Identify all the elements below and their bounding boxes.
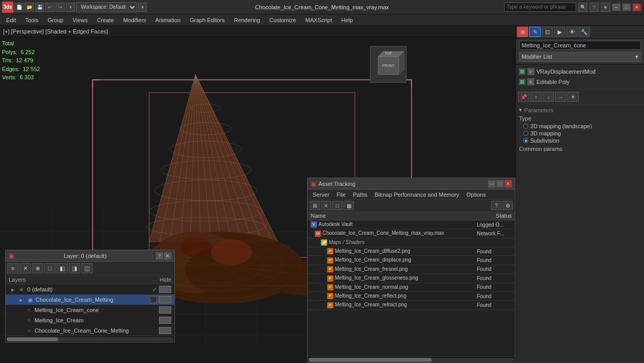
- asset-tb-box[interactable]: □: [332, 201, 343, 210]
- modifier-list-dropdown[interactable]: Modifier List ▾: [519, 52, 641, 62]
- asset-close-btn[interactable]: ✕: [505, 180, 512, 187]
- asset-maximize-btn[interactable]: □: [496, 180, 504, 187]
- close-button[interactable]: ✕: [633, 4, 641, 11]
- layer-tool-box4[interactable]: ◫: [81, 263, 93, 273]
- layer-tool-delete[interactable]: ✕: [20, 263, 31, 273]
- asset-row-gloss[interactable]: PMelting_Ice_Cream_glosseness.png Found: [308, 274, 515, 283]
- layer-select-box[interactable]: [150, 296, 157, 303]
- tab-motion[interactable]: ▶: [554, 27, 565, 37]
- mod-poly-checkbox[interactable]: [519, 79, 525, 85]
- asset-bottom-scrollbar[interactable]: [308, 356, 515, 362]
- params-collapse-icon[interactable]: ▾: [519, 107, 522, 113]
- save-btn[interactable]: 💾: [35, 3, 44, 12]
- workspace-select[interactable]: Workspace: Default: [76, 2, 137, 12]
- asset-row-diffuse2[interactable]: PMelting_Ice_Cream_diffuse2.png Found: [308, 247, 515, 256]
- mod-vray-checkbox[interactable]: [519, 68, 525, 75]
- menu-views[interactable]: Views: [68, 16, 92, 24]
- layer-panel-close[interactable]: ✕: [164, 252, 171, 260]
- asset-tb-table[interactable]: ▦: [344, 201, 354, 210]
- title-bar-left: 3ds 📄 📂 💾 ↩ ↪ ▾ Workspace: Default ▾: [0, 2, 149, 13]
- menu-create[interactable]: Create: [93, 16, 118, 24]
- asset-menu-bitmap[interactable]: Bitmap Performance and Memory: [371, 191, 462, 198]
- scrollbar-thumb[interactable]: [7, 337, 58, 341]
- menu-rendering[interactable]: Rendering: [230, 16, 264, 24]
- undo-btn[interactable]: ↩: [45, 3, 55, 12]
- layer-item-chocolate[interactable]: ▸ ▣ Chocolate_Ice_Cream_Melting: [6, 295, 174, 305]
- layer-tool-box2[interactable]: ◧: [57, 263, 68, 273]
- asset-tb-list[interactable]: ≡: [321, 201, 331, 210]
- tab-modify[interactable]: ✎: [529, 27, 541, 37]
- layer-tool-box3[interactable]: ◨: [69, 263, 80, 273]
- asset-tb-settings[interactable]: ⚙: [503, 201, 513, 210]
- layer-tool-add[interactable]: ⊕: [32, 263, 43, 273]
- search-btn[interactable]: 🔍: [578, 3, 587, 12]
- help-search-btn[interactable]: ?: [589, 3, 599, 12]
- radio-2d[interactable]: 2D mapping (landscape): [523, 123, 641, 129]
- asset-row-max[interactable]: MChocolate_Ice_Cream_Cone_Melting_max_vr…: [308, 229, 515, 238]
- favorites-btn[interactable]: ★: [601, 3, 610, 12]
- asset-row-normal[interactable]: PMelting_Ice_Cream_normal.png Found: [308, 283, 515, 291]
- layer-tool-layers[interactable]: ≡: [7, 263, 19, 273]
- menu-group[interactable]: Group: [44, 16, 68, 24]
- asset-row-maps[interactable]: 📁Maps / Shaders: [308, 238, 515, 247]
- asset-menu-server[interactable]: Server: [310, 191, 332, 198]
- layer-ice-handle[interactable]: [159, 317, 171, 324]
- modifier-editpoly[interactable]: E Editable Poly: [516, 77, 644, 87]
- asset-tb-help[interactable]: ?: [491, 201, 502, 210]
- layer-item-0[interactable]: ▸ ≡ 0 (default) ✓: [6, 284, 174, 295]
- mod-tool-pin[interactable]: 📌: [518, 92, 529, 102]
- layer-item-choc-obj[interactable]: ○ Chocolate_Ice_Cream_Cone_Melting: [6, 325, 174, 336]
- new-btn[interactable]: 📄: [14, 3, 24, 12]
- col-status: Status: [474, 212, 515, 220]
- menu-maxscript[interactable]: MAXScript: [301, 16, 336, 24]
- mod-tool-up[interactable]: ↑: [530, 92, 542, 102]
- asset-row-fresnel[interactable]: PMelting_Ice_Cream_fresnel.png Found: [308, 265, 515, 273]
- open-btn[interactable]: 📂: [25, 3, 34, 12]
- redo-btn[interactable]: ↪: [56, 3, 65, 12]
- asset-minimize-btn[interactable]: ─: [488, 180, 495, 187]
- menu-edit[interactable]: Edit: [2, 16, 20, 24]
- hide-label[interactable]: Hide: [159, 276, 171, 283]
- mod-tool-right[interactable]: →: [555, 92, 566, 102]
- layer-item-cone[interactable]: ○ Melting_Ice_Cream_cone: [6, 305, 174, 315]
- mod-tool-down[interactable]: ↓: [543, 92, 554, 102]
- tab-create[interactable]: ⊕: [517, 27, 528, 37]
- layer-tool-box1[interactable]: □: [44, 263, 56, 273]
- asset-menu-options[interactable]: Options: [463, 191, 489, 198]
- minimize-button[interactable]: ─: [612, 4, 620, 11]
- mod-tool-delete[interactable]: ✕: [567, 92, 579, 102]
- layer-chocolate-handle[interactable]: [159, 296, 171, 303]
- asset-row-reflect[interactable]: PMelting_Ice_Cream_reflect.png Found: [308, 291, 515, 300]
- object-name-input[interactable]: [519, 41, 641, 50]
- menu-modifiers[interactable]: Modifiers: [119, 16, 150, 24]
- layer-0-handle[interactable]: [159, 286, 171, 293]
- asset-menu-paths[interactable]: Paths: [350, 191, 370, 198]
- options-btn[interactable]: ▾: [66, 3, 75, 12]
- asset-row-vault[interactable]: VAutodesk Vault Logged O...: [308, 220, 515, 229]
- tab-hierarchy[interactable]: ⊡: [542, 27, 553, 37]
- asset-tb-grid[interactable]: ⊞: [310, 201, 320, 210]
- radio-3d[interactable]: 3D mapping: [523, 130, 641, 136]
- workspace-expand[interactable]: ▾: [138, 3, 147, 12]
- modifier-vray[interactable]: V VRayDisplacementMod: [516, 66, 644, 77]
- layer-choc-handle[interactable]: [159, 327, 171, 334]
- radio-subdivision[interactable]: Subdivision: [523, 137, 641, 144]
- asset-menu-file[interactable]: File: [333, 191, 349, 198]
- maximize-button[interactable]: □: [622, 4, 631, 11]
- layer-panel-help[interactable]: ?: [156, 252, 163, 260]
- layer-scrollbar[interactable]: [6, 336, 174, 342]
- menu-help[interactable]: Help: [337, 16, 357, 24]
- right-panel: ⊕ ✎ ⊡ ▶ 👁 🔧 Modifier List ▾ V: [515, 26, 644, 363]
- layer-cone-handle[interactable]: [159, 306, 171, 314]
- menu-graph-editors[interactable]: Graph Editors: [186, 16, 229, 24]
- layer-item-icecream[interactable]: ○ Melting_Ice_Cream: [6, 315, 174, 325]
- asset-row-displace[interactable]: PMelting_Ice_Cream_displace.png Found: [308, 256, 515, 265]
- asset-scroll-thumb[interactable]: [309, 358, 432, 362]
- tab-display[interactable]: 👁: [566, 27, 578, 37]
- menu-animation[interactable]: Animation: [151, 16, 185, 24]
- menu-customize[interactable]: Customize: [265, 16, 300, 24]
- search-input[interactable]: [504, 3, 576, 12]
- asset-row-refract[interactable]: PMelting_Ice_Cream_refract.png Found: [308, 301, 515, 309]
- tab-utilities[interactable]: 🔧: [579, 27, 590, 37]
- menu-tools[interactable]: Tools: [21, 16, 43, 24]
